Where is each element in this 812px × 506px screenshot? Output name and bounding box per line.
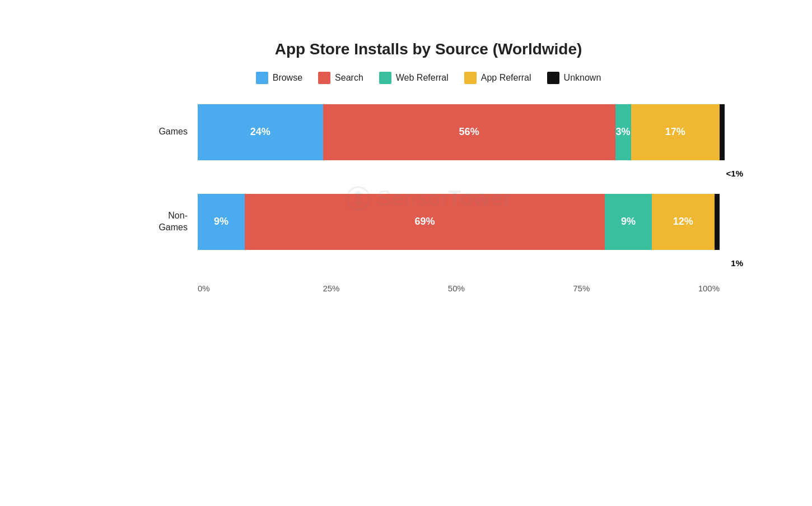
legend-label: Unknown bbox=[564, 73, 601, 83]
x-tick-4: 100% bbox=[698, 284, 720, 293]
legend-item-search: Search bbox=[318, 72, 363, 84]
bar-track-outer-0: 24%56%3%17%<1% bbox=[198, 104, 720, 160]
legend-label: App Referral bbox=[481, 73, 531, 83]
bar-label-0: Games bbox=[137, 126, 188, 138]
bar-segment-1-2: 9% bbox=[605, 194, 652, 250]
bar-segment-0-3: 17% bbox=[631, 104, 720, 160]
bar-segment-1-3: 12% bbox=[652, 194, 715, 250]
legend-item-app-referral: App Referral bbox=[464, 72, 531, 84]
x-tick-2: 50% bbox=[448, 284, 573, 293]
legend-swatch bbox=[256, 72, 268, 84]
segment-label: 24% bbox=[250, 126, 270, 138]
x-tick-1: 25% bbox=[323, 284, 447, 293]
legend-item-browse: Browse bbox=[256, 72, 302, 84]
bar-track-1: 9%69%9%12% bbox=[198, 194, 720, 250]
legend: BrowseSearchWeb ReferralApp ReferralUnkn… bbox=[137, 72, 720, 84]
bar-label-1: Non- Games bbox=[137, 210, 188, 234]
legend-label: Browse bbox=[273, 73, 302, 83]
bar-segment-1-4 bbox=[715, 194, 720, 250]
legend-swatch bbox=[547, 72, 559, 84]
bar-track-0: 24%56%3%17% bbox=[198, 104, 720, 160]
segment-label: 9% bbox=[214, 216, 228, 228]
bar-segment-0-0: 24% bbox=[198, 104, 323, 160]
bar-segment-0-2: 3% bbox=[615, 104, 631, 160]
legend-item-unknown: Unknown bbox=[547, 72, 601, 84]
small-pct-label-0: <1% bbox=[726, 169, 743, 178]
bar-row-0: Games24%56%3%17%<1% bbox=[137, 104, 720, 160]
bar-segment-1-1: 69% bbox=[245, 194, 605, 250]
x-axis: 0%25%50%75%100% bbox=[198, 284, 720, 293]
bar-segment-0-1: 56% bbox=[323, 104, 615, 160]
bar-row-1: Non- Games9%69%9%12%1% bbox=[137, 194, 720, 250]
legend-swatch bbox=[464, 72, 477, 84]
legend-swatch bbox=[318, 72, 330, 84]
legend-swatch bbox=[379, 72, 391, 84]
segment-label: 69% bbox=[414, 216, 435, 228]
x-tick-0: 0% bbox=[198, 284, 323, 293]
segment-label: 9% bbox=[621, 216, 636, 228]
small-pct-label-1: 1% bbox=[731, 258, 743, 268]
segment-label: 12% bbox=[673, 216, 693, 228]
bar-segment-0-4 bbox=[720, 104, 725, 160]
legend-item-web-referral: Web Referral bbox=[379, 72, 449, 84]
segment-label: 3% bbox=[616, 126, 631, 138]
chart-container: App Store Installs by Source (Worldwide)… bbox=[70, 24, 742, 483]
bar-segment-1-0: 9% bbox=[198, 194, 245, 250]
bar-track-outer-1: 9%69%9%12%1% bbox=[198, 194, 720, 250]
chart-title: App Store Installs by Source (Worldwide) bbox=[137, 40, 720, 58]
segment-label: 56% bbox=[459, 126, 479, 138]
x-tick-3: 75% bbox=[573, 284, 698, 293]
bars-wrapper: SensorTower Games24%56%3%17%<1%Non- Game… bbox=[137, 104, 720, 293]
segment-label: 17% bbox=[665, 126, 685, 138]
legend-label: Search bbox=[335, 73, 363, 83]
legend-label: Web Referral bbox=[396, 73, 449, 83]
